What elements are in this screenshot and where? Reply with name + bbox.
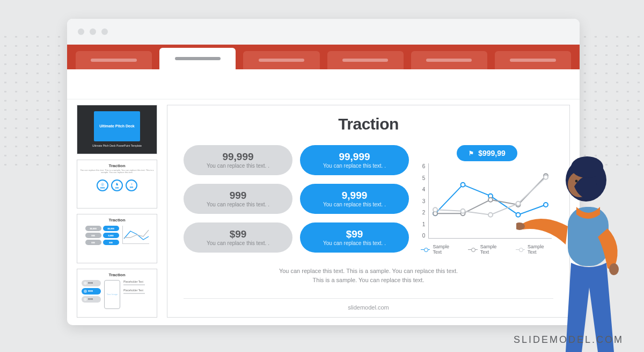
thumb3-pill: $9,999: [85, 226, 101, 231]
thumb3-pill: $99: [103, 240, 119, 245]
ribbon-tab-4[interactable]: [327, 51, 404, 69]
thumb3-pill: 9,999: [103, 233, 119, 238]
brand-watermark: SLIDEMODEL.COM: [514, 334, 624, 346]
thumb2-chip-2: ♞ $99: [111, 179, 123, 191]
svg-point-7: [488, 198, 493, 202]
bulb-icon: ♀: [130, 182, 133, 186]
slide-thumbnails: Ultimate Pitch Deck Ultimate Pitch Deck …: [77, 105, 157, 318]
phone-icon: Your Image: [104, 280, 120, 309]
target-icon: ◎: [101, 182, 104, 186]
ribbon-tab-2-active[interactable]: [159, 48, 236, 69]
chess-icon: ♞: [115, 182, 119, 186]
svg-point-21: [609, 263, 619, 275]
flag-icon: ⚑: [469, 150, 474, 157]
thumbnail-4[interactable]: Traction 9999 9999 9999 Your Image Place…: [77, 269, 157, 318]
metric-pill: 9,999You can replace this text. .: [300, 184, 409, 214]
metric-badge: ⚑ $999,99: [457, 145, 517, 161]
window-titlebar: [67, 19, 580, 45]
thumb3-title: Traction: [108, 218, 125, 222]
app-window: Ultimate Pitch Deck Ultimate Pitch Deck …: [67, 19, 580, 325]
thumb4-ph2: Placeholder Text: [123, 289, 152, 292]
slide-footer: slidemodel.com: [184, 298, 553, 313]
slide-canvas[interactable]: Traction 99,999You can replace this text…: [167, 105, 570, 318]
metric-pill: $99You can replace this text. .: [184, 222, 292, 253]
metric-pill: 999You can replace this text. .: [184, 184, 292, 214]
thumbnail-2[interactable]: Traction You can replace this text. This…: [77, 160, 157, 209]
legend-item-1: Sample Text: [421, 244, 458, 255]
thumb4-pill: 9999: [82, 288, 101, 294]
thumbnail-3[interactable]: Traction $9,999 $9,999 999 9,999 $99 $99: [77, 214, 157, 263]
ribbon-tab-6[interactable]: [495, 51, 571, 69]
thumb4-pill: 9999: [82, 296, 101, 303]
thumb3-mini-chart: [122, 226, 149, 244]
slide-caption: You can replace this text. This is a sam…: [184, 267, 553, 284]
thumbnail-1[interactable]: Ultimate Pitch Deck Ultimate Pitch Deck …: [77, 105, 157, 154]
thumb1-subtitle: Ultimate Pitch Deck PowerPoint Template: [92, 144, 142, 147]
metric-pill: $99You can replace this text. .: [300, 222, 409, 253]
thumb3-pills: $9,999 $9,999 999 9,999 $99 $99: [85, 226, 119, 245]
thumb2-chip-1: ◎ 9999: [97, 179, 108, 191]
svg-point-10: [433, 207, 437, 212]
ribbon-tab-3[interactable]: [243, 51, 319, 69]
thumb2-subtitle: You can replace this text. This is a sam…: [77, 169, 157, 175]
ribbon-tab-1[interactable]: [76, 51, 152, 69]
thumb4-pill: 9999: [82, 280, 101, 286]
svg-point-1: [461, 183, 465, 187]
ribbon-toolbar: [67, 69, 580, 99]
slide-title: Traction: [184, 115, 553, 133]
svg-point-12: [488, 213, 493, 217]
thumb2-chip-3: ♀ $99: [126, 179, 137, 191]
thumb4-ph1: Placeholder Text: [123, 280, 152, 283]
thumb3-pill: $99: [85, 240, 101, 245]
thumb4-title: Traction: [108, 272, 125, 277]
window-control-close[interactable]: [78, 28, 84, 35]
legend-item-2: Sample Text: [468, 244, 506, 255]
svg-point-18: [571, 156, 603, 178]
metric-pill: 99,999You can replace this text. .: [184, 145, 292, 175]
window-control-max[interactable]: [101, 28, 108, 35]
ribbon-tabs: [67, 45, 580, 69]
svg-point-17: [575, 180, 578, 183]
thumb2-title: Traction: [108, 163, 125, 168]
thumb1-title: Ultimate Pitch Deck: [94, 111, 140, 141]
thumb3-pill: $9,999: [103, 226, 119, 231]
metric-pills: 99,999You can replace this text. .99,999…: [184, 145, 409, 255]
ribbon-tab-5[interactable]: [411, 51, 487, 69]
thumb3-pill: 999: [85, 233, 101, 238]
presenter-illustration: [516, 148, 634, 352]
chart-y-axis: 6543210: [422, 163, 426, 239]
window-control-min[interactable]: [90, 28, 96, 35]
metric-pill: 99,999You can replace this text. .: [300, 145, 409, 175]
badge-value: $999,99: [478, 149, 506, 157]
workspace: Ultimate Pitch Deck Ultimate Pitch Deck …: [67, 99, 580, 325]
svg-point-11: [461, 209, 465, 213]
thumb2-chips: ◎ 9999 ♞ $99 ♀ $99: [97, 179, 137, 191]
